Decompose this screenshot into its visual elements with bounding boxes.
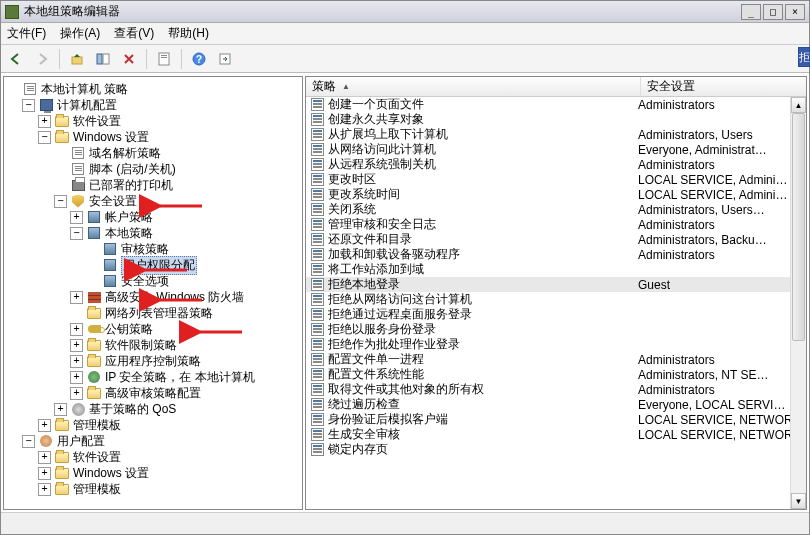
list-row[interactable]: 关闭系统Administrators, Users… [306, 202, 806, 217]
fold-icon [54, 450, 70, 464]
collapse-icon[interactable]: − [54, 195, 67, 208]
tree-item-label: 域名解析策略 [89, 145, 161, 162]
column-policy[interactable]: 策略▲ [306, 77, 641, 96]
security-setting: LOCAL SERVICE, Admini… [636, 173, 806, 187]
tree-item[interactable]: 脚本 (启动/关机) [6, 161, 300, 177]
tree-item[interactable]: 网络列表管理器策略 [6, 305, 300, 321]
tree-item[interactable]: −安全设置 [6, 193, 300, 209]
security-setting: Administrators [636, 248, 806, 262]
tree-item[interactable]: +Windows 设置 [6, 465, 300, 481]
expand-icon[interactable]: + [70, 323, 83, 336]
delete-button[interactable] [118, 48, 140, 70]
menu-view[interactable]: 查看(V) [114, 25, 154, 42]
expand-icon[interactable]: + [70, 291, 83, 304]
expand-icon[interactable]: + [38, 115, 51, 128]
list-row[interactable]: 配置文件系统性能Administrators, NT SE… [306, 367, 806, 382]
menu-action[interactable]: 操作(A) [60, 25, 100, 42]
collapse-icon[interactable]: − [22, 99, 35, 112]
tree-item[interactable]: −Windows 设置 [6, 129, 300, 145]
close-button[interactable]: × [785, 4, 805, 20]
properties-button[interactable] [153, 48, 175, 70]
list-row[interactable]: 拒绝作为批处理作业登录 [306, 337, 806, 352]
expand-icon[interactable]: + [70, 211, 83, 224]
tree-item[interactable]: +高级安全 Windows 防火墙 [6, 289, 300, 305]
fold-icon [54, 418, 70, 432]
expand-icon[interactable]: + [70, 371, 83, 384]
collapse-icon[interactable]: − [22, 435, 35, 448]
expand-icon[interactable]: + [38, 467, 51, 480]
list-row[interactable]: 生成安全审核LOCAL SERVICE, NETWOR… [306, 427, 806, 442]
tree-item[interactable]: +软件设置 [6, 113, 300, 129]
shield-icon [70, 194, 86, 208]
maximize-button[interactable]: □ [763, 4, 783, 20]
scroll-down-button[interactable]: ▼ [791, 493, 806, 509]
list-row[interactable]: 拒绝本地登录Guest [306, 277, 806, 292]
list-row[interactable]: 加载和卸载设备驱动程序Administrators [306, 247, 806, 262]
up-button[interactable] [66, 48, 88, 70]
expand-icon[interactable]: + [70, 387, 83, 400]
tree-item[interactable]: 域名解析策略 [6, 145, 300, 161]
menu-file[interactable]: 文件(F) [7, 25, 46, 42]
list-row[interactable]: 锁定内存页 [306, 442, 806, 457]
tree-item[interactable]: +帐户策略 [6, 209, 300, 225]
collapse-icon[interactable]: − [70, 227, 83, 240]
list-row[interactable]: 管理审核和安全日志Administrators [306, 217, 806, 232]
back-button[interactable] [5, 48, 27, 70]
tree-spacer [54, 163, 67, 176]
help-button[interactable]: ? [188, 48, 210, 70]
list-row[interactable]: 从远程系统强制关机Administrators [306, 157, 806, 172]
list-row[interactable]: 配置文件单一进程Administrators [306, 352, 806, 367]
list-row[interactable]: 创建一个页面文件Administrators [306, 97, 806, 112]
export-button[interactable] [214, 48, 236, 70]
tree-item[interactable]: −计算机配置 [6, 97, 300, 113]
list-row[interactable]: 拒绝以服务身份登录 [306, 322, 806, 337]
list-row[interactable]: 取得文件或其他对象的所有权Administrators [306, 382, 806, 397]
tree-item[interactable]: +高级审核策略配置 [6, 385, 300, 401]
column-security[interactable]: 安全设置 [641, 77, 806, 96]
list-row[interactable]: 绕过遍历检查Everyone, LOCAL SERVI… [306, 397, 806, 412]
tree-item[interactable]: 已部署的打印机 [6, 177, 300, 193]
minimize-button[interactable]: _ [741, 4, 761, 20]
tree-item[interactable]: +应用程序控制策略 [6, 353, 300, 369]
show-hide-tree-button[interactable] [92, 48, 114, 70]
security-setting: Administrators [636, 353, 806, 367]
menu-help[interactable]: 帮助(H) [168, 25, 209, 42]
tree-item[interactable]: +基于策略的 QoS [6, 401, 300, 417]
tree-item[interactable]: +公钥策略 [6, 321, 300, 337]
scrollbar[interactable]: ▲ ▼ [790, 97, 806, 509]
list-row[interactable]: 身份验证后模拟客户端LOCAL SERVICE, NETWOR… [306, 412, 806, 427]
list-row[interactable]: 创建永久共享对象 [306, 112, 806, 127]
list-row[interactable]: 拒绝通过远程桌面服务登录 [306, 307, 806, 322]
expand-icon[interactable]: + [38, 451, 51, 464]
list-row[interactable]: 将工作站添加到域 [306, 262, 806, 277]
expand-icon[interactable]: + [38, 419, 51, 432]
expand-icon[interactable]: + [38, 483, 51, 496]
expand-icon[interactable]: + [54, 403, 67, 416]
list-row[interactable]: 拒绝从网络访问这台计算机 [306, 292, 806, 307]
tree-item[interactable]: +软件设置 [6, 449, 300, 465]
tree-item[interactable]: −本地策略 [6, 225, 300, 241]
tree-item[interactable]: 安全选项 [6, 273, 300, 289]
tree-item[interactable]: +软件限制策略 [6, 337, 300, 353]
expand-icon[interactable]: + [70, 339, 83, 352]
forward-button[interactable] [31, 48, 53, 70]
scroll-thumb[interactable] [792, 113, 805, 341]
tree-item[interactable]: 用户权限分配 [6, 257, 300, 273]
scroll-track[interactable] [791, 113, 806, 493]
list-row[interactable]: 从网络访问此计算机Everyone, Administrat… [306, 142, 806, 157]
tree-item[interactable]: +管理模板 [6, 481, 300, 497]
tree-item[interactable]: +管理模板 [6, 417, 300, 433]
list-row[interactable]: 更改时区LOCAL SERVICE, Admini… [306, 172, 806, 187]
tree-item[interactable]: 本地计算机 策略 [6, 81, 300, 97]
side-chip[interactable]: 拒 [798, 47, 810, 67]
list-row[interactable]: 更改系统时间LOCAL SERVICE, Admini… [306, 187, 806, 202]
expand-icon[interactable]: + [70, 355, 83, 368]
list-row[interactable]: 从扩展坞上取下计算机Administrators, Users [306, 127, 806, 142]
scroll-up-button[interactable]: ▲ [791, 97, 806, 113]
tree-pane[interactable]: 本地计算机 策略−计算机配置+软件设置−Windows 设置域名解析策略脚本 (… [3, 76, 303, 510]
collapse-icon[interactable]: − [38, 131, 51, 144]
list-row[interactable]: 还原文件和目录Administrators, Backu… [306, 232, 806, 247]
list-body[interactable]: 创建一个页面文件Administrators创建永久共享对象从扩展坞上取下计算机… [306, 97, 806, 509]
tree-item[interactable]: −用户配置 [6, 433, 300, 449]
tree-item[interactable]: +IP 安全策略，在 本地计算机 [6, 369, 300, 385]
